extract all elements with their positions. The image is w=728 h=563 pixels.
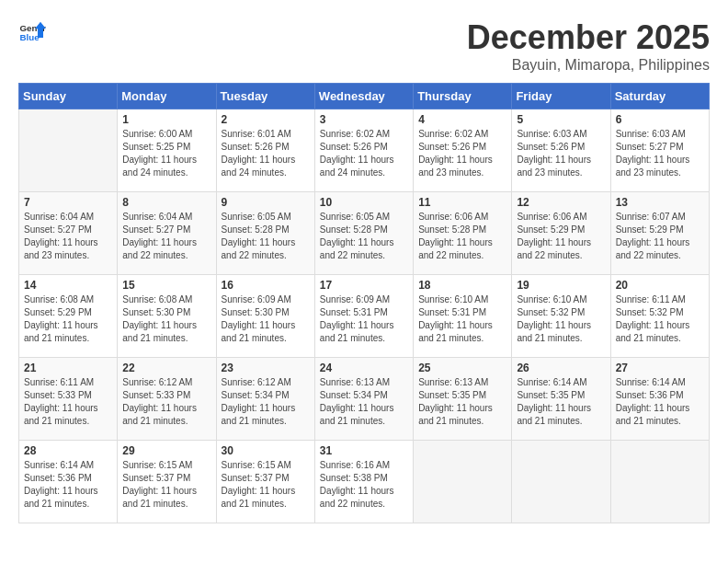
day-number: 4: [418, 113, 506, 126]
day-info: Sunrise: 6:04 AM Sunset: 5:27 PM Dayligh…: [122, 211, 210, 262]
calendar-cell: 24Sunrise: 6:13 AM Sunset: 5:34 PM Dayli…: [314, 358, 413, 441]
day-info: Sunrise: 6:14 AM Sunset: 5:36 PM Dayligh…: [24, 459, 112, 511]
calendar-cell: [414, 441, 512, 523]
day-info: Sunrise: 6:03 AM Sunset: 5:27 PM Dayligh…: [616, 128, 704, 179]
day-number: 11: [418, 196, 506, 209]
day-number: 17: [320, 279, 408, 292]
weekday-header-saturday: Saturday: [610, 84, 709, 109]
day-info: Sunrise: 6:05 AM Sunset: 5:28 PM Dayligh…: [222, 211, 310, 262]
calendar-cell: 31Sunrise: 6:16 AM Sunset: 5:38 PM Dayli…: [314, 441, 413, 523]
calendar-cell: 8Sunrise: 6:04 AM Sunset: 5:27 PM Daylig…: [118, 192, 216, 275]
calendar-cell: [512, 441, 610, 523]
day-number: 5: [517, 113, 605, 126]
day-number: 29: [122, 444, 210, 457]
calendar-week-row: 21Sunrise: 6:11 AM Sunset: 5:33 PM Dayli…: [19, 358, 710, 441]
calendar-cell: 13Sunrise: 6:07 AM Sunset: 5:29 PM Dayli…: [610, 192, 709, 275]
day-number: 24: [320, 362, 408, 374]
day-number: 22: [122, 362, 210, 374]
day-number: 25: [418, 362, 506, 374]
location-subtitle: Bayuin, Mimaropa, Philippines: [467, 57, 710, 74]
day-info: Sunrise: 6:06 AM Sunset: 5:29 PM Dayligh…: [517, 211, 605, 262]
day-info: Sunrise: 6:15 AM Sunset: 5:37 PM Dayligh…: [122, 459, 210, 511]
day-info: Sunrise: 6:00 AM Sunset: 5:25 PM Dayligh…: [122, 128, 210, 179]
calendar-cell: 30Sunrise: 6:15 AM Sunset: 5:37 PM Dayli…: [216, 441, 314, 523]
logo: General Blue: [18, 18, 46, 46]
calendar-cell: 29Sunrise: 6:15 AM Sunset: 5:37 PM Dayli…: [118, 441, 216, 523]
day-info: Sunrise: 6:10 AM Sunset: 5:31 PM Dayligh…: [418, 293, 506, 345]
day-info: Sunrise: 6:09 AM Sunset: 5:30 PM Dayligh…: [222, 293, 310, 345]
day-number: 14: [24, 279, 112, 292]
page-header: General Blue December 2025 Bayuin, Mimar…: [18, 18, 710, 74]
day-number: 31: [320, 444, 408, 457]
weekday-header-monday: Monday: [118, 84, 216, 109]
day-info: Sunrise: 6:08 AM Sunset: 5:30 PM Dayligh…: [122, 293, 210, 345]
calendar-cell: 10Sunrise: 6:05 AM Sunset: 5:28 PM Dayli…: [314, 192, 413, 275]
weekday-header-tuesday: Tuesday: [216, 84, 314, 109]
calendar-cell: 12Sunrise: 6:06 AM Sunset: 5:29 PM Dayli…: [512, 192, 610, 275]
calendar-cell: 14Sunrise: 6:08 AM Sunset: 5:29 PM Dayli…: [19, 275, 118, 358]
day-info: Sunrise: 6:05 AM Sunset: 5:28 PM Dayligh…: [320, 211, 408, 262]
day-info: Sunrise: 6:12 AM Sunset: 5:33 PM Dayligh…: [122, 376, 210, 428]
day-number: 6: [616, 113, 704, 126]
calendar-week-row: 28Sunrise: 6:14 AM Sunset: 5:36 PM Dayli…: [19, 441, 710, 523]
calendar-cell: 21Sunrise: 6:11 AM Sunset: 5:33 PM Dayli…: [19, 358, 118, 441]
day-number: 13: [616, 196, 704, 209]
calendar-cell: 19Sunrise: 6:10 AM Sunset: 5:32 PM Dayli…: [512, 275, 610, 358]
svg-text:Blue: Blue: [20, 32, 40, 42]
day-info: Sunrise: 6:11 AM Sunset: 5:32 PM Dayligh…: [616, 293, 704, 345]
calendar-cell: 5Sunrise: 6:03 AM Sunset: 5:26 PM Daylig…: [512, 109, 610, 192]
day-number: 23: [222, 362, 310, 374]
day-number: 15: [122, 279, 210, 292]
day-number: 1: [122, 113, 210, 126]
month-year-title: December 2025: [467, 18, 710, 57]
day-info: Sunrise: 6:16 AM Sunset: 5:38 PM Dayligh…: [320, 459, 408, 511]
day-number: 9: [222, 196, 310, 209]
weekday-header-wednesday: Wednesday: [314, 84, 413, 109]
title-block: December 2025 Bayuin, Mimaropa, Philippi…: [467, 18, 710, 74]
day-info: Sunrise: 6:10 AM Sunset: 5:32 PM Dayligh…: [517, 293, 605, 345]
day-info: Sunrise: 6:06 AM Sunset: 5:28 PM Dayligh…: [418, 211, 506, 262]
day-number: 20: [616, 279, 704, 292]
calendar-cell: 18Sunrise: 6:10 AM Sunset: 5:31 PM Dayli…: [414, 275, 512, 358]
weekday-header-row: SundayMondayTuesdayWednesdayThursdayFrid…: [19, 84, 710, 109]
day-info: Sunrise: 6:13 AM Sunset: 5:34 PM Dayligh…: [320, 376, 408, 428]
day-number: 30: [222, 444, 310, 457]
calendar-cell: 3Sunrise: 6:02 AM Sunset: 5:26 PM Daylig…: [314, 109, 413, 192]
day-info: Sunrise: 6:02 AM Sunset: 5:26 PM Dayligh…: [320, 128, 408, 179]
day-number: 18: [418, 279, 506, 292]
day-number: 16: [222, 279, 310, 292]
day-number: 21: [24, 362, 112, 374]
day-number: 8: [122, 196, 210, 209]
day-info: Sunrise: 6:14 AM Sunset: 5:35 PM Dayligh…: [517, 376, 605, 428]
calendar-cell: 28Sunrise: 6:14 AM Sunset: 5:36 PM Dayli…: [19, 441, 118, 523]
calendar-cell: [19, 109, 118, 192]
calendar-cell: 15Sunrise: 6:08 AM Sunset: 5:30 PM Dayli…: [118, 275, 216, 358]
day-info: Sunrise: 6:14 AM Sunset: 5:36 PM Dayligh…: [616, 376, 704, 428]
calendar-cell: 27Sunrise: 6:14 AM Sunset: 5:36 PM Dayli…: [610, 358, 709, 441]
day-info: Sunrise: 6:04 AM Sunset: 5:27 PM Dayligh…: [24, 211, 112, 262]
day-number: 26: [517, 362, 605, 374]
calendar-week-row: 1Sunrise: 6:00 AM Sunset: 5:25 PM Daylig…: [19, 109, 710, 192]
day-info: Sunrise: 6:08 AM Sunset: 5:29 PM Dayligh…: [24, 293, 112, 345]
calendar-week-row: 7Sunrise: 6:04 AM Sunset: 5:27 PM Daylig…: [19, 192, 710, 275]
weekday-header-sunday: Sunday: [19, 84, 118, 109]
day-info: Sunrise: 6:01 AM Sunset: 5:26 PM Dayligh…: [222, 128, 310, 179]
day-info: Sunrise: 6:11 AM Sunset: 5:33 PM Dayligh…: [24, 376, 112, 428]
calendar-cell: 25Sunrise: 6:13 AM Sunset: 5:35 PM Dayli…: [414, 358, 512, 441]
day-info: Sunrise: 6:12 AM Sunset: 5:34 PM Dayligh…: [222, 376, 310, 428]
day-number: 27: [616, 362, 704, 374]
calendar-cell: 26Sunrise: 6:14 AM Sunset: 5:35 PM Dayli…: [512, 358, 610, 441]
calendar-cell: [610, 441, 709, 523]
weekday-header-thursday: Thursday: [414, 84, 512, 109]
day-info: Sunrise: 6:03 AM Sunset: 5:26 PM Dayligh…: [517, 128, 605, 179]
day-info: Sunrise: 6:15 AM Sunset: 5:37 PM Dayligh…: [222, 459, 310, 511]
calendar-table: SundayMondayTuesdayWednesdayThursdayFrid…: [18, 83, 710, 523]
weekday-header-friday: Friday: [512, 84, 610, 109]
generalblue-logo-icon: General Blue: [18, 18, 46, 46]
day-number: 3: [320, 113, 408, 126]
day-number: 10: [320, 196, 408, 209]
day-number: 19: [517, 279, 605, 292]
calendar-cell: 4Sunrise: 6:02 AM Sunset: 5:26 PM Daylig…: [414, 109, 512, 192]
calendar-cell: 11Sunrise: 6:06 AM Sunset: 5:28 PM Dayli…: [414, 192, 512, 275]
day-number: 2: [222, 113, 310, 126]
